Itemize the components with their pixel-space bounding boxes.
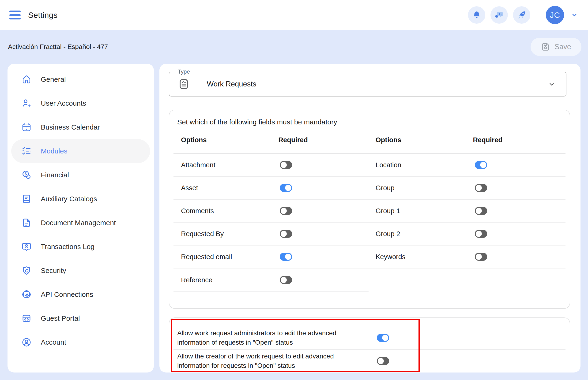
sidebar-item-label: Guest Portal (41, 314, 80, 322)
option-label: Location (376, 161, 401, 169)
subheader: Activación Fracttal - Español - 477 Save (0, 30, 588, 64)
option-label: Comments (181, 207, 214, 215)
option-label: Group (376, 184, 395, 192)
attachment-toggle[interactable] (280, 161, 292, 169)
column-header-options: Options (181, 136, 207, 144)
toggle-knob (476, 231, 482, 237)
sidebar-item-document-management[interactable]: Document Management (11, 211, 150, 235)
option-label: Reference (181, 276, 212, 284)
coin-dollar-icon: $ (21, 170, 32, 180)
allow-the-creator-of-the-work-request-to-toggle[interactable] (377, 357, 389, 365)
toggle-knob (476, 254, 482, 260)
option-label: Asset (181, 184, 198, 192)
advanced-permission-row: Allow the creator of the work request to… (174, 349, 566, 372)
advanced-permissions-card: Allow work request administrators to edi… (169, 317, 570, 373)
avatar[interactable]: JC (546, 6, 564, 24)
column-header-required: Required (272, 136, 314, 144)
sidebar-item-label: API Connections (41, 290, 93, 299)
column-header-required: Required (466, 136, 509, 144)
sidebar-item-business-calendar[interactable]: Business Calendar (11, 115, 150, 139)
toggle-knob (382, 335, 388, 341)
sidebar-item-label: Security (41, 266, 66, 275)
sidebar-item-auxiliary-catalogs[interactable]: Auxiliary Catalogs (11, 187, 150, 211)
toggle-knob (476, 208, 482, 214)
asset-toggle[interactable] (280, 184, 292, 192)
panel-divider (160, 101, 581, 101)
toggle-knob (378, 358, 384, 364)
sidebar-item-account[interactable]: Account (11, 330, 150, 354)
option-label: Requested email (181, 253, 232, 261)
book-icon (21, 193, 32, 204)
sidebar-item-label: User Accounts (41, 99, 86, 107)
row-divider (174, 291, 368, 292)
table-row: CommentsGroup 1 (174, 200, 566, 223)
table-row: AssetGroup (174, 177, 566, 200)
bell-icon (472, 10, 481, 20)
type-select[interactable]: Type Work Requests (169, 72, 567, 96)
option-label: Attachment (181, 161, 215, 169)
sidebar-item-label: Modules (41, 147, 67, 155)
chevron-down-icon[interactable] (570, 11, 579, 19)
sidebar-item-label: General (41, 76, 66, 83)
rocket-icon (517, 10, 527, 20)
person-badge-icon (21, 241, 32, 252)
sidebar-item-security[interactable]: Security (11, 259, 150, 283)
mandatory-fields-title: Set which of the following fields must b… (177, 118, 566, 126)
keywords-toggle[interactable] (475, 253, 487, 261)
sidebar-item-label: Auxiliary Catalogs (41, 195, 97, 203)
whats-new-button[interactable] (513, 6, 530, 24)
toggle-knob (281, 208, 287, 214)
option-label: Group 1 (376, 207, 400, 215)
sidebar-item-user-accounts[interactable]: User Accounts (11, 91, 150, 115)
sidebar-item-general[interactable]: General (11, 67, 150, 91)
sidebar-item-financial[interactable]: $Financial (11, 163, 150, 187)
sidebar-item-modules[interactable]: Modules (11, 139, 150, 163)
sidebar-item-api-connections[interactable]: API Connections (11, 283, 150, 306)
menu-icon[interactable] (9, 11, 21, 19)
sidebar-item-label: Transactions Log (41, 243, 95, 251)
person-circle-icon (21, 337, 32, 348)
option-label: Group 2 (376, 230, 400, 238)
sidebar-item-label: Document Management (41, 219, 116, 227)
location-toggle[interactable] (475, 161, 487, 169)
option-label: Keywords (376, 253, 405, 261)
group-toggle[interactable] (475, 184, 487, 192)
table-row: Reference (174, 268, 566, 291)
content: GeneralUser AccountsBusiness CalendarMod… (0, 64, 588, 373)
assistant-chat-button[interactable] (490, 6, 508, 24)
group-2-toggle[interactable] (475, 230, 487, 238)
notifications-button[interactable] (468, 6, 485, 24)
reference-toggle[interactable] (280, 276, 292, 284)
sidebar-item-label: Financial (41, 171, 69, 179)
main-panel: Type Work Requests Set which of the foll… (160, 64, 581, 373)
document-icon (21, 217, 32, 228)
save-floppy-icon (541, 42, 550, 52)
page-title: Settings (28, 11, 58, 20)
comments-toggle[interactable] (280, 207, 292, 215)
allow-work-request-administrators-to-edi-toggle[interactable] (377, 334, 389, 342)
chip-gear-icon (21, 289, 32, 300)
sidebar-item-label: Business Calendar (41, 123, 100, 131)
requested-by-toggle[interactable] (280, 230, 292, 238)
settings-sidebar: GeneralUser AccountsBusiness CalendarMod… (7, 64, 154, 373)
option-label: Allow work request administrators to edi… (177, 328, 350, 347)
group-1-toggle[interactable] (475, 207, 487, 215)
chat-sparkles-icon (494, 10, 504, 20)
save-button[interactable]: Save (530, 38, 581, 56)
checklist-icon (21, 146, 32, 156)
table-row: AttachmentLocation (174, 154, 566, 177)
save-label: Save (554, 43, 571, 51)
config-title: Activación Fracttal - Español - 477 (8, 43, 108, 51)
mandatory-fields-card: Set which of the following fields must b… (169, 110, 570, 309)
work-request-type-icon (178, 78, 190, 90)
home-icon (21, 74, 32, 85)
option-label: Requested By (181, 230, 224, 238)
calendar-icon (21, 122, 32, 133)
requested-email-toggle[interactable] (280, 253, 292, 261)
sidebar-item-guest-portal[interactable]: Guest Portal (11, 306, 150, 330)
toggle-knob (281, 231, 287, 237)
sidebar-item-transactions-log[interactable]: Transactions Log (11, 235, 150, 259)
topbar-actions: JC (468, 6, 579, 24)
column-header-options: Options (376, 136, 401, 144)
table-row: Requested ByGroup 2 (174, 223, 566, 246)
